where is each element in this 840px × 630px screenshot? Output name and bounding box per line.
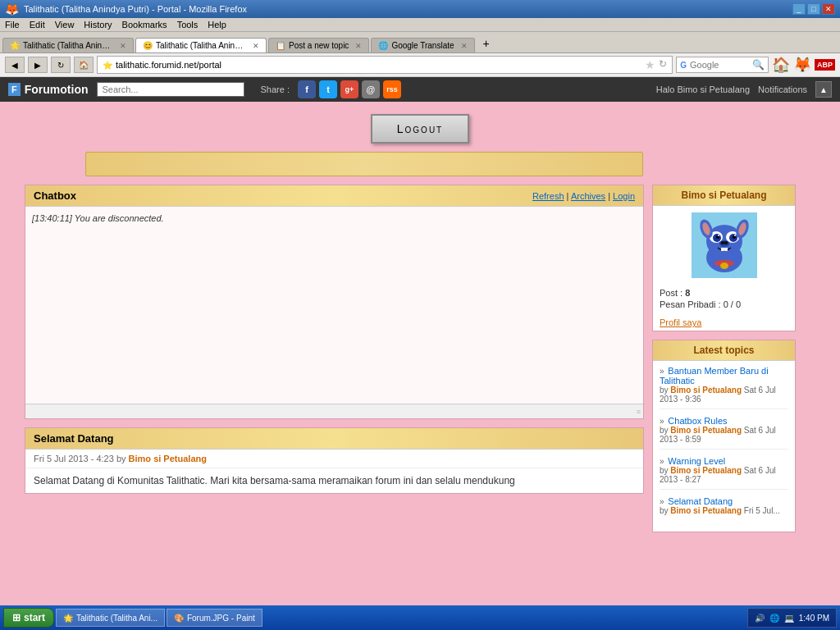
taskbar-icon-1: 🎨 — [174, 614, 184, 621]
maximize-button[interactable]: □ — [807, 3, 820, 15]
taskbar-item-1[interactable]: 🎨 Forum.JPG - Paint — [167, 609, 262, 620]
tab-close-1[interactable]: ✕ — [253, 42, 259, 50]
search-input[interactable] — [687, 60, 752, 70]
tab-icon-2: 📋 — [276, 41, 285, 50]
logout-section: Logout — [25, 102, 815, 152]
menu-view[interactable]: View — [55, 20, 75, 30]
welcome-date: Fri 5 Jul 2013 - 4:23 by — [34, 454, 126, 463]
tab-label-3: Google Translate — [391, 41, 454, 50]
close-button[interactable]: ✕ — [822, 3, 835, 15]
adblock-icon[interactable]: ABP — [815, 59, 835, 71]
menu-file[interactable]: File — [5, 20, 20, 30]
forum-search-input[interactable] — [97, 82, 244, 97]
menu-bookmarks[interactable]: Bookmarks — [122, 20, 167, 30]
topic-title-3[interactable]: Selamat Datang — [668, 496, 733, 506]
menu-tools[interactable]: Tools — [177, 20, 199, 30]
new-tab-button[interactable]: + — [477, 34, 496, 52]
welcome-author-link[interactable]: Bimo si Petualang — [129, 454, 207, 463]
window-controls[interactable]: _ □ ✕ — [792, 3, 835, 15]
pesan-label: Pesan Pribadi : — [660, 299, 721, 309]
email-icon[interactable]: @ — [362, 80, 380, 98]
chatbox-footer: ≡ — [25, 404, 643, 418]
rss-icon[interactable]: rss — [383, 80, 401, 98]
tab-close-2[interactable]: ✕ — [355, 42, 362, 50]
topic-title-0[interactable]: Bantuan Member Baru di Talithatic — [660, 366, 769, 386]
tab-2[interactable]: 📋 Post a new topic ✕ — [268, 38, 369, 52]
topic-author-2[interactable]: Bimo si Petualang — [670, 466, 742, 475]
reload-button[interactable]: ↻ — [51, 57, 71, 73]
tab-icon-1: 😊 — [143, 41, 153, 50]
network-icon: 🌐 — [769, 614, 779, 621]
latest-topics-header: Latest topics — [653, 340, 795, 361]
topic-item-0: » Bantuan Member Baru di Talithatic by B… — [660, 366, 788, 409]
topic-by-0: by Bimo si Petualang Sat 6 Jul 2013 - 9:… — [660, 386, 776, 404]
back-button[interactable]: ◀ — [5, 57, 25, 73]
welcome-meta: Fri 5 Jul 2013 - 4:23 by Bimo si Petuala… — [25, 450, 643, 468]
house-icon[interactable]: 🏠 — [772, 56, 790, 74]
post-label: Post : — [660, 288, 682, 298]
forumotion-logo: F Forumotion — [8, 83, 89, 96]
star-icon[interactable]: ★ — [645, 58, 655, 71]
tab-close-3[interactable]: ✕ — [461, 42, 468, 50]
bullet-2: » — [660, 457, 664, 466]
facebook-icon[interactable]: f — [298, 80, 316, 98]
scroll-up-button[interactable]: ▲ — [815, 81, 832, 98]
user-card-header: Bimo si Petualang — [653, 185, 795, 206]
svg-rect-19 — [724, 248, 728, 251]
bullet-3: » — [660, 497, 664, 506]
tab-0[interactable]: 🌟 Talithatic (Talitha Anindya Putri) - W… — [2, 38, 134, 52]
topic-title-2[interactable]: Warning Level — [668, 456, 725, 466]
title-bar: 🦊 Talithatic (Talitha Anindya Putri) - P… — [0, 0, 840, 18]
notifications-button[interactable]: Notifications — [758, 84, 807, 94]
tab-icon-3: 🌐 — [378, 41, 388, 50]
home-button[interactable]: 🏠 — [74, 57, 94, 73]
left-panel: Chatbox Refresh | Archives | Login [13:4… — [25, 185, 644, 494]
welcome-header: Selamat Datang — [25, 428, 643, 450]
forward-button[interactable]: ▶ — [28, 57, 48, 73]
menu-history[interactable]: History — [84, 20, 112, 30]
topic-by-3: by Bimo si Petualang Fri 5 Jul... — [660, 506, 780, 515]
tab-label-1: Talithatic (Talitha Anindya Putri) - Por… — [156, 41, 246, 50]
social-icons: f t g+ @ rss — [298, 80, 401, 98]
taskbar-icon-0: 🌟 — [63, 614, 73, 621]
chatbox-refresh-link[interactable]: Refresh — [532, 191, 564, 201]
topic-author-1[interactable]: Bimo si Petualang — [670, 426, 742, 435]
svg-point-22 — [720, 262, 728, 269]
search-icon[interactable]: 🔍 — [752, 59, 765, 71]
tab-close-0[interactable]: ✕ — [120, 42, 126, 50]
start-button[interactable]: ⊞ start — [3, 608, 54, 620]
topic-author-3[interactable]: Bimo si Petualang — [670, 506, 742, 515]
tab-1[interactable]: 😊 Talithatic (Talitha Anindya Putri) - P… — [135, 38, 267, 52]
reload-icon[interactable]: ↻ — [659, 58, 667, 71]
pesan-value: 0 / 0 — [724, 299, 741, 309]
topic-author-0[interactable]: Bimo si Petualang — [670, 386, 742, 395]
start-label: start — [24, 612, 45, 620]
logout-button[interactable]: Logout — [371, 114, 469, 144]
taskbar-label-1: Forum.JPG - Paint — [187, 614, 255, 621]
user-card: Bimo si Petualang — [652, 185, 796, 331]
address-bar: ◀ ▶ ↻ 🏠 ⭐ talithatic.forumid.net/portal … — [0, 53, 840, 77]
profil-link[interactable]: Profil saya — [653, 314, 795, 331]
menu-edit[interactable]: Edit — [30, 20, 45, 30]
latest-topics: Latest topics » Bantuan Member Baru di T… — [652, 340, 796, 532]
chatbox-login-link[interactable]: Login — [613, 191, 635, 201]
right-panel: Bimo si Petualang — [652, 185, 796, 532]
url-box[interactable]: ⭐ talithatic.forumid.net/portal ★ ↻ — [97, 56, 673, 74]
browser-icon: 🦊 — [5, 2, 19, 16]
twitter-icon[interactable]: t — [319, 80, 337, 98]
content-row: Chatbox Refresh | Archives | Login [13:4… — [25, 185, 796, 532]
tab-bar: 🌟 Talithatic (Talitha Anindya Putri) - W… — [0, 32, 840, 53]
fm-label: Forumotion — [25, 83, 89, 96]
topic-title-1[interactable]: Chatbox Rules — [668, 416, 727, 426]
googleplus-icon[interactable]: g+ — [340, 80, 358, 98]
chatbox-archives-link[interactable]: Archives — [571, 191, 605, 201]
latest-topics-body: » Bantuan Member Baru di Talithatic by B… — [653, 361, 795, 532]
taskbar-item-0[interactable]: 🌟 Talithatic (Talitha Ani... — [56, 609, 165, 620]
minimize-button[interactable]: _ — [792, 3, 806, 15]
url-text: talithatic.forumid.net/portal — [116, 60, 221, 70]
main-content: Logout Chatbox Refresh | Archives | — [0, 102, 840, 620]
menu-help[interactable]: Help — [208, 20, 226, 30]
taskbar-time: 1:40 PM — [799, 614, 829, 621]
tab-3[interactable]: 🌐 Google Translate ✕ — [371, 38, 474, 52]
topic-by-2: by Bimo si Petualang Sat 6 Jul 2013 - 8:… — [660, 466, 776, 484]
